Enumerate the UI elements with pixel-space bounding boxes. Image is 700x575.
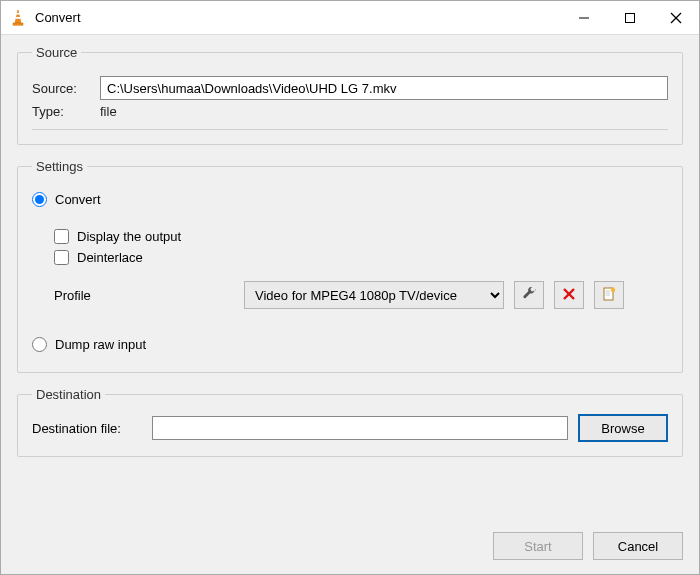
maximize-button[interactable] bbox=[607, 1, 653, 35]
destination-file-input[interactable] bbox=[152, 416, 568, 440]
profile-label: Profile bbox=[54, 288, 234, 303]
type-label: Type: bbox=[32, 104, 90, 119]
svg-rect-1 bbox=[16, 13, 20, 15]
window-title: Convert bbox=[35, 10, 561, 25]
x-icon bbox=[562, 287, 576, 304]
client-area: Source Source: Type: file Settings Conve… bbox=[1, 35, 699, 526]
destination-group: Destination Destination file: Browse bbox=[17, 387, 683, 457]
settings-legend: Settings bbox=[32, 159, 87, 174]
svg-marker-0 bbox=[15, 10, 21, 23]
deinterlace-checkbox[interactable] bbox=[54, 250, 69, 265]
dump-raw-label: Dump raw input bbox=[55, 337, 146, 352]
destination-file-label: Destination file: bbox=[32, 421, 142, 436]
destination-legend: Destination bbox=[32, 387, 105, 402]
svg-point-11 bbox=[611, 287, 615, 291]
settings-group: Settings Convert Display the output Dein… bbox=[17, 159, 683, 373]
delete-profile-button[interactable] bbox=[554, 281, 584, 309]
convert-dialog: Convert Source Source: Type: file Settin… bbox=[0, 0, 700, 575]
start-button[interactable]: Start bbox=[493, 532, 583, 560]
source-divider bbox=[32, 129, 668, 130]
svg-rect-5 bbox=[626, 13, 635, 22]
edit-profile-button[interactable] bbox=[514, 281, 544, 309]
minimize-button[interactable] bbox=[561, 1, 607, 35]
wrench-icon bbox=[521, 286, 537, 305]
convert-label: Convert bbox=[55, 192, 101, 207]
browse-button[interactable]: Browse bbox=[578, 414, 668, 442]
display-output-checkbox[interactable] bbox=[54, 229, 69, 244]
deinterlace-label: Deinterlace bbox=[77, 250, 143, 265]
close-button[interactable] bbox=[653, 1, 699, 35]
type-value: file bbox=[100, 104, 117, 119]
new-file-icon bbox=[601, 286, 617, 305]
display-output-label: Display the output bbox=[77, 229, 181, 244]
cancel-button[interactable]: Cancel bbox=[593, 532, 683, 560]
source-group: Source Source: Type: file bbox=[17, 45, 683, 145]
dump-raw-radio[interactable] bbox=[32, 337, 47, 352]
source-legend: Source bbox=[32, 45, 81, 60]
titlebar: Convert bbox=[1, 1, 699, 35]
dialog-footer: Start Cancel bbox=[1, 526, 699, 574]
source-input[interactable] bbox=[100, 76, 668, 100]
convert-radio[interactable] bbox=[32, 192, 47, 207]
svg-rect-3 bbox=[13, 23, 23, 25]
new-profile-button[interactable] bbox=[594, 281, 624, 309]
vlc-cone-icon bbox=[9, 9, 27, 27]
profile-select[interactable]: Video for MPEG4 1080p TV/device bbox=[244, 281, 504, 309]
svg-rect-2 bbox=[16, 17, 21, 19]
source-label: Source: bbox=[32, 81, 90, 96]
